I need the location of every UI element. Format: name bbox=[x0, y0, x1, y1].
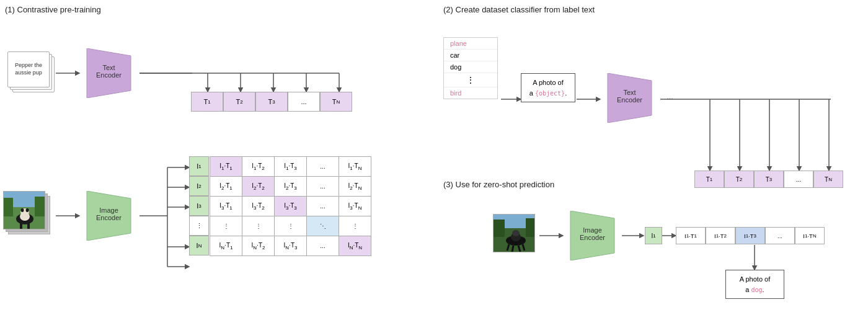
t-row-right: T1 T2 T3 ... TN bbox=[694, 171, 843, 188]
right-tN: TN bbox=[813, 171, 843, 188]
svg-point-39 bbox=[26, 208, 29, 212]
output-dog: dog bbox=[751, 286, 763, 293]
svg-rect-33 bbox=[4, 198, 13, 216]
m-dotsrow1: ⋮ bbox=[210, 216, 242, 236]
svg-marker-43 bbox=[608, 73, 652, 123]
m-i3t1: I3·T1 bbox=[210, 197, 242, 216]
svg-rect-40 bbox=[20, 223, 22, 229]
dog-image-right bbox=[493, 214, 538, 256]
svg-marker-30 bbox=[87, 48, 131, 98]
svg-marker-55 bbox=[570, 211, 614, 260]
right-dots-label: ... bbox=[666, 92, 673, 101]
res-i1t2: I1·T2 bbox=[706, 227, 735, 244]
m-i1t2: I1·T2 bbox=[242, 157, 275, 177]
m-iNt2: IN·T2 bbox=[242, 236, 275, 256]
m-i3t3: I3·T3 bbox=[275, 197, 307, 216]
right-t2: T2 bbox=[724, 171, 754, 188]
text-encoder-left: TextEncoder bbox=[79, 48, 138, 98]
m-i1tN: I1·TN bbox=[339, 157, 371, 177]
res-i1t1: I1·T1 bbox=[676, 227, 706, 244]
image-encoder-left: ImageEncoder bbox=[79, 191, 138, 241]
res-dots: ... bbox=[765, 227, 795, 244]
right-tdots: ... bbox=[784, 171, 813, 188]
t2-cell: T2 bbox=[223, 92, 255, 112]
i2-left: I2 bbox=[189, 176, 209, 196]
m-i2tN: I2·TN bbox=[339, 177, 371, 197]
svg-marker-42 bbox=[87, 191, 131, 241]
svg-point-50 bbox=[512, 230, 520, 236]
i3-left: I3 bbox=[189, 196, 209, 216]
i1-right: I1 bbox=[645, 227, 662, 244]
prompt-box: A photo ofa {object}. bbox=[521, 73, 575, 102]
svg-rect-34 bbox=[35, 197, 45, 216]
m-iNdots: ... bbox=[307, 236, 339, 256]
m-dotsrow2: ⋮ bbox=[242, 216, 275, 236]
section1-label: (1) Contrastive pre-training bbox=[5, 5, 101, 14]
iN-left: IN bbox=[189, 236, 209, 255]
section3-label: (3) Use for zero-shot prediction bbox=[443, 180, 554, 189]
m-i1t1: I1·T1 bbox=[210, 157, 242, 177]
m-iNtN: IN·TN bbox=[339, 236, 371, 256]
text-encoder-right: TextEncoder bbox=[600, 73, 659, 123]
m-i2dots: ... bbox=[307, 177, 339, 197]
text-card-front: Pepper theaussie pup bbox=[7, 51, 50, 87]
t3-cell: T3 bbox=[255, 92, 288, 112]
right-t3: T3 bbox=[754, 171, 784, 188]
label-car: car bbox=[444, 50, 497, 61]
label-plane: plane bbox=[444, 38, 497, 50]
label-bird: bird bbox=[444, 87, 497, 99]
m-dotsrowN: ⋮ bbox=[339, 216, 371, 236]
output-box: A photo ofa dog. bbox=[725, 270, 784, 299]
m-dotsrow3: ⋮ bbox=[275, 216, 307, 236]
prompt-object: {object} bbox=[535, 90, 565, 97]
svg-rect-47 bbox=[526, 218, 535, 237]
matrix-left: I1·T1 I1·T2 I1·T3 ... I1·TN I2·T1 I2·T2 … bbox=[210, 156, 371, 256]
m-i1dots: ... bbox=[307, 157, 339, 177]
i-dots-left: ⋮ bbox=[189, 216, 209, 236]
m-i3t2: I3·T2 bbox=[242, 197, 275, 216]
m-dotscenter: ⋱ bbox=[307, 216, 339, 236]
m-i2t2: I2·T2 bbox=[242, 177, 275, 197]
m-iNt3: IN·T3 bbox=[275, 236, 307, 256]
svg-rect-46 bbox=[494, 220, 505, 237]
image-encoder-right: ImageEncoder bbox=[563, 211, 622, 260]
t1-cell: T1 bbox=[191, 92, 223, 112]
svg-point-38 bbox=[21, 208, 24, 212]
diagram-container: (1) Contrastive pre-training (2) Create … bbox=[0, 0, 868, 333]
label-dots: ⋮ bbox=[444, 73, 497, 87]
t-row-left: T1 T2 T3 ... TN bbox=[191, 92, 352, 112]
tN-cell: TN bbox=[320, 92, 352, 112]
m-i3tN: I3·TN bbox=[339, 197, 371, 216]
m-iNt1: IN·T1 bbox=[210, 236, 242, 256]
m-i2t1: I2·T1 bbox=[210, 177, 242, 197]
m-i1t3: I1·T3 bbox=[275, 157, 307, 177]
t-dots-cell: ... bbox=[288, 92, 320, 112]
m-i3dots: ... bbox=[307, 197, 339, 216]
label-dog: dog bbox=[444, 61, 497, 73]
svg-line-52 bbox=[512, 246, 513, 252]
res-i1tN: I1·TN bbox=[795, 227, 825, 244]
m-i2t3: I2·T3 bbox=[275, 177, 307, 197]
svg-rect-41 bbox=[27, 223, 30, 229]
i1-left: I1 bbox=[189, 156, 209, 176]
i-col-left: I1 I2 I3 ⋮ IN bbox=[189, 156, 209, 255]
label-list: plane car dog ⋮ bird bbox=[443, 37, 498, 99]
right-t1: T1 bbox=[694, 171, 724, 188]
section2-label: (2) Create dataset classifier from label… bbox=[443, 5, 595, 14]
result-row-right: I1·T1 I1·T2 I1·T3 ... I1·TN bbox=[676, 227, 825, 244]
res-i1t3: I1·T3 bbox=[735, 227, 765, 244]
dog-image-cards bbox=[3, 191, 54, 238]
text-input-cards: Pepper theaussie pup bbox=[7, 51, 54, 95]
